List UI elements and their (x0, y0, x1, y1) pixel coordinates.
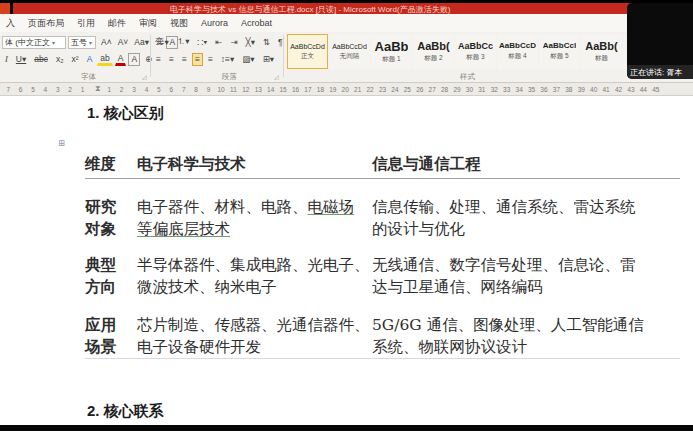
text-effects-icon[interactable]: A (84, 53, 96, 66)
style-label: 标题 2 (424, 54, 442, 63)
underline-icon[interactable]: U▾ (13, 53, 29, 66)
ruler-margin-numbers: 7654321 (2, 86, 89, 93)
justify-icon[interactable]: ≡ (192, 53, 203, 66)
style-sample-text: AaBbCcDd (332, 43, 367, 50)
superscript-icon[interactable]: x² (69, 53, 82, 66)
screen-bottom-edge (0, 425, 693, 431)
cell-ee: 电子器件、材料、电路、电磁场 等偏底层技术 (137, 196, 354, 240)
heading-2: 2. 核心联系 (87, 402, 164, 421)
heading-1: 1. 核心区别 (87, 104, 164, 123)
table-bottom-rule (85, 358, 680, 359)
document-page[interactable]: 1. 核心区别 ⊞ 维度 电子科学与技术 信息与通信工程 研究 对象 电子器件、… (0, 96, 693, 425)
distribute-icon[interactable]: ≡ (205, 53, 216, 66)
row-label: 应用 场景 (85, 314, 116, 358)
style-heading-1[interactable]: AaBb 标题 1 (371, 34, 412, 69)
shading-icon[interactable]: ▨▾ (239, 53, 257, 66)
table-header-ice: 信息与通信工程 (372, 154, 481, 175)
style-sample-text: AaBb( (417, 41, 449, 52)
style-label: 标题 5 (550, 52, 568, 61)
tab-review[interactable]: 审阅 (139, 17, 157, 30)
tab-view[interactable]: 视图 (170, 17, 188, 30)
style-label: 标题 1 (382, 55, 400, 64)
style-label: 标题 4 (508, 52, 526, 61)
ribbon: 体 (中文正文 ▾ 五号 ▾ A˄A˅Aa▾变A IU▾abcx₂x²AabAA… (0, 32, 693, 83)
speaker-video-overlay[interactable]: 正在讲话: 胥本 (627, 3, 693, 79)
paragraph-group-label: 段落 (222, 72, 237, 82)
share-border-indicator (0, 3, 10, 14)
character-shading-icon[interactable]: A (128, 53, 140, 66)
style-gallery: AaBbCcDd 正文 AaBbCcDd 无间隔 AaBb 标题 1 AaBb(… (287, 34, 664, 69)
style-heading-2[interactable]: AaBb( 标题 2 (413, 34, 454, 69)
style-label: 标题 3 (466, 53, 484, 62)
grammar-underlined-text: 等偏底层技术 (137, 220, 230, 238)
show-marks-icon[interactable]: ¶ (275, 36, 286, 49)
decrease-indent-icon[interactable]: ⇤ (212, 36, 225, 49)
cell-ee: 半导体器件、集成电路、光电子、 微波技术、纳米电子 (137, 254, 370, 298)
chevron-down-icon: ▾ (89, 39, 92, 46)
align-right-icon[interactable]: ≡ (179, 53, 190, 66)
style-sample-text: AaBb (375, 40, 409, 53)
tab-page-layout[interactable]: 页面布局 (28, 17, 64, 30)
style-normal[interactable]: AaBbCcDd 正文 (287, 34, 328, 69)
style-title[interactable]: AaBb( 标题 (581, 34, 622, 69)
style-sample-text: AaBbCcDd (290, 43, 325, 50)
style-sample-text: AaBbCc (458, 42, 493, 51)
font-dialog-launcher-icon[interactable]: ◿ (142, 73, 147, 80)
grow-font-icon[interactable]: A˄ (98, 36, 115, 49)
style-heading-4[interactable]: AaBbCcD 标题 4 (497, 34, 538, 69)
cell-ice: 无线通信、数字信号处理、信息论、雷 达与卫星通信、网络编码 (372, 254, 636, 298)
numbering-icon[interactable]: ⒈▾ (174, 36, 193, 49)
style-sample-text: AaBbCcl (543, 42, 576, 50)
chevron-down-icon: ▾ (52, 39, 55, 46)
tab-acrobat[interactable]: Acrobat (241, 18, 272, 28)
horizontal-ruler[interactable]: 7654321 ⧗ 123456789101112131415161718192… (0, 83, 693, 96)
line-spacing-icon[interactable]: ↕≡▾ (218, 53, 237, 66)
table-header-ee: 电子科学与技术 (137, 154, 246, 175)
bullets-icon[interactable]: ≔▾ (153, 36, 172, 49)
font-color-icon[interactable]: A (115, 53, 127, 66)
group-divider (150, 35, 151, 77)
borders-icon[interactable]: ⊞▾ (260, 53, 277, 66)
asian-layout-icon[interactable]: ╳▾ (243, 36, 258, 49)
style-heading-5[interactable]: AaBbCcl 标题 5 (539, 34, 580, 69)
font-group-label: 字体 (81, 72, 96, 82)
multilevel-list-icon[interactable]: ⸬▾ (195, 36, 211, 49)
indent-marker-icon[interactable]: ⧗ (95, 84, 101, 94)
increase-indent-icon[interactable]: ⇥ (227, 36, 240, 49)
strikethrough-icon[interactable]: abc (31, 53, 51, 66)
window-titlebar: 电子科学与技术 vs 信息与通信工程.docx [只读] - Microsoft… (13, 3, 693, 14)
subscript-icon[interactable]: x₂ (53, 53, 67, 66)
speaker-name-label: 正在讲话: 胥本 (627, 65, 693, 79)
highlight-color-icon[interactable]: ab (97, 53, 112, 66)
row-label: 研究 对象 (85, 196, 116, 240)
align-left-icon[interactable]: ≡ (153, 53, 164, 66)
align-center-icon[interactable]: ≡ (166, 53, 177, 66)
paragraph-dialog-launcher-icon[interactable]: ◿ (274, 73, 279, 80)
font-size-combo[interactable]: 五号 ▾ (68, 36, 96, 49)
tab-references[interactable]: 引用 (77, 17, 95, 30)
sort-icon[interactable]: ⇅ (260, 36, 273, 49)
style-label: 正文 (301, 52, 314, 61)
font-group-row2: IU▾abcx₂x²AabAA⊕ (2, 52, 155, 66)
table-move-handle-icon[interactable]: ⊞ (58, 138, 66, 148)
group-divider (283, 35, 284, 77)
cell-ice: 5G/6G 通信、图像处理、人工智能通信 系统、物联网协议设计 (372, 314, 644, 358)
tab-mailings[interactable]: 邮件 (108, 17, 126, 30)
tab-aurora[interactable]: Aurora (201, 18, 228, 28)
row-label: 典型 方向 (85, 254, 116, 298)
styles-group-label: 样式 (460, 72, 475, 82)
style-sample-text: AaBbCcD (499, 42, 536, 50)
shrink-font-icon[interactable]: A˅ (115, 36, 132, 49)
tab-insert-clipped[interactable]: 入 (6, 17, 15, 30)
style-label: 无间隔 (340, 52, 360, 61)
change-case-icon[interactable]: Aa▾ (131, 36, 152, 49)
font-name-combo[interactable]: 体 (中文正文 ▾ (2, 36, 66, 49)
style-heading-3[interactable]: AaBbCc 标题 3 (455, 34, 496, 69)
grammar-underlined-text: 电磁场 (308, 198, 355, 216)
font-group-row1: 体 (中文正文 ▾ 五号 ▾ A˄A˅Aa▾变A (2, 35, 178, 49)
cell-ee: 芯片制造、传感器、光通信器件、 电子设备硬件开发 (137, 314, 370, 358)
paragraph-group-row1: ≔▾⒈▾⸬▾⇤⇥╳▾⇅¶ (153, 35, 286, 49)
italic-icon[interactable]: I (2, 53, 11, 66)
table-header-rule (85, 178, 680, 179)
style-no-spacing[interactable]: AaBbCcDd 无间隔 (329, 34, 370, 69)
